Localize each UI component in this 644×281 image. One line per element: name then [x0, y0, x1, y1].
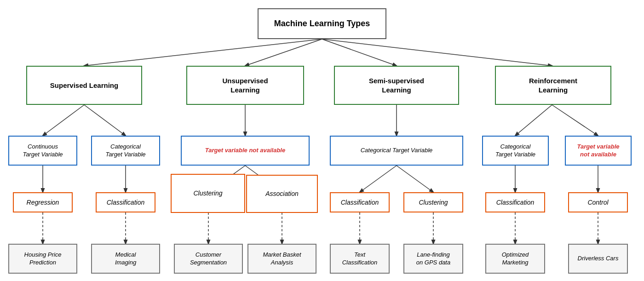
svg-line-15: [397, 166, 433, 192]
classification-reinf-label: Classification: [496, 198, 534, 206]
classification-sup-node: Classification: [96, 192, 155, 212]
reinforcement-label: ReinforcementLearning: [529, 76, 577, 94]
categorical-sup-label: CategoricalTarget Variable: [105, 143, 145, 159]
categorical-semi-label: Categorical Target Variable: [361, 147, 433, 155]
control-node: Control: [568, 192, 628, 212]
regression-node: Regression: [13, 192, 73, 212]
medical-node: MedicalImaging: [91, 244, 160, 274]
control-label: Control: [587, 198, 608, 206]
customer-node: CustomerSegmentation: [174, 244, 243, 274]
housing-node: Housing PricePrediction: [8, 244, 77, 274]
target-not-avail-reinf-label: Target variablenot available: [577, 143, 619, 159]
supervised-node: Supervised Learning: [26, 66, 142, 105]
regression-label: Regression: [27, 198, 59, 206]
continuous-label: ContinuousTarget Variable: [23, 143, 63, 159]
optimized-node: OptimizedMarketing: [485, 244, 545, 274]
svg-line-4: [43, 105, 84, 136]
market-label: Market BasketAnalysis: [263, 251, 301, 267]
lane-label: Lane-findingon GPS data: [416, 251, 450, 267]
target-not-avail-unsup-node: Target variable not available: [181, 136, 310, 166]
target-not-avail-unsup-label: Target variable not available: [205, 147, 285, 155]
customer-label: CustomerSegmentation: [190, 251, 227, 267]
svg-line-14: [360, 166, 397, 192]
driverless-node: Driverless Cars: [568, 244, 628, 274]
root-node: Machine Learning Types: [258, 8, 386, 39]
semi-node: Semi-supervisedLearning: [334, 66, 459, 105]
market-node: Market BasketAnalysis: [247, 244, 316, 274]
text-class-label: TextClassification: [342, 251, 378, 267]
lane-node: Lane-findingon GPS data: [403, 244, 463, 274]
classification-sup-label: Classification: [107, 198, 144, 206]
clustering-unsup-node: Clustering: [171, 174, 245, 213]
association-label: Association: [265, 189, 299, 198]
classification-reinf-node: Classification: [485, 192, 545, 212]
semi-label: Semi-supervisedLearning: [369, 76, 424, 94]
supervised-label: Supervised Learning: [50, 81, 118, 90]
reinforcement-node: ReinforcementLearning: [495, 66, 611, 105]
classification-semi-label: Classification: [341, 198, 379, 206]
svg-line-2: [322, 39, 397, 66]
clustering-semi-node: Clustering: [403, 192, 463, 212]
ml-diagram: Machine Learning Types Supervised Learni…: [0, 0, 644, 281]
svg-line-1: [245, 39, 322, 66]
categorical-sup-node: CategoricalTarget Variable: [91, 136, 160, 166]
svg-line-3: [322, 39, 552, 66]
medical-label: MedicalImaging: [115, 251, 136, 267]
housing-label: Housing PricePrediction: [24, 251, 62, 267]
categorical-reinf-label: CategoricalTarget Variable: [495, 143, 535, 159]
categorical-semi-node: Categorical Target Variable: [330, 136, 463, 166]
categorical-reinf-node: CategoricalTarget Variable: [482, 136, 549, 166]
text-class-node: TextClassification: [330, 244, 390, 274]
svg-line-8: [515, 105, 552, 136]
svg-line-5: [84, 105, 126, 136]
target-not-avail-reinf-node: Target variablenot available: [565, 136, 632, 166]
classification-semi-node: Classification: [330, 192, 390, 212]
svg-line-9: [552, 105, 598, 136]
driverless-label: Driverless Cars: [578, 255, 619, 263]
unsupervised-label: UnsupervisedLearning: [222, 76, 268, 94]
root-label: Machine Learning Types: [274, 18, 370, 29]
svg-line-0: [84, 39, 322, 66]
association-node: Association: [246, 175, 318, 213]
clustering-semi-label: Clustering: [419, 198, 448, 206]
continuous-node: ContinuousTarget Variable: [8, 136, 77, 166]
unsupervised-node: UnsupervisedLearning: [186, 66, 304, 105]
optimized-label: OptimizedMarketing: [502, 251, 529, 267]
clustering-unsup-label: Clustering: [193, 189, 222, 197]
